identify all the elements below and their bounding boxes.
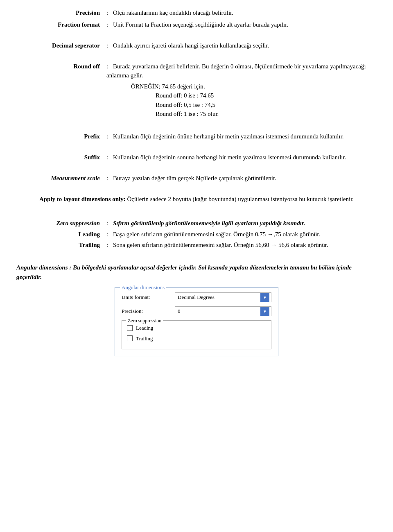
- suffix-text: Kullanılan ölçü değerinin sonuna herhang…: [113, 154, 346, 161]
- decimal-separator-content: : Ondalık ayırıcı işareti olarak hangi i…: [106, 41, 269, 50]
- trailing-text: Sona gelen sıfırların görüntülenmemesini…: [113, 242, 328, 248]
- units-format-label: Units format:: [122, 293, 175, 301]
- prefix-content: : Kullanılan ölçü değerinin önüne herhan…: [106, 132, 344, 141]
- precision-content: : Ölçü rakamlarının kaç ondalıklı olacağ…: [106, 8, 233, 18]
- prefix-label: Prefix: [16, 132, 106, 141]
- round-off-label: Round off: [16, 62, 106, 120]
- measurement-colon: :: [106, 175, 108, 181]
- dialog-zero-supp-title: Zero suppression: [126, 317, 163, 324]
- dialog-precision-row: Precision: 0 ▼: [122, 306, 271, 316]
- dialog-leading-checkbox[interactable]: [127, 325, 133, 331]
- trailing-row: Trailing : Sona gelen sıfırların görüntü…: [16, 240, 377, 250]
- fraction-format-label: Fraction format: [16, 20, 106, 29]
- decimal-separator-section: Decimal seperator : Ondalık ayırıcı işar…: [16, 41, 377, 50]
- precision-colon: :: [106, 9, 108, 16]
- leading-row: Leading : Başa gelen sıfırların görüntül…: [16, 230, 377, 239]
- apply-to-layout-section: Apply to layout dimensions only: Öçüleri…: [16, 195, 377, 204]
- prefix-colon: :: [106, 133, 108, 140]
- fraction-format-section: Fraction format : Unit Format ta Fractio…: [16, 20, 377, 29]
- round-off-example1: Round off: 0 ise : 74,65: [156, 91, 377, 100]
- fraction-format-content: : Unit Format ta Fraction seçeneği seçil…: [106, 20, 288, 29]
- precision-section: Precision : Ölçü rakamlarının kaç ondalı…: [16, 8, 377, 18]
- round-off-content: : Burada yuvarlama değeri belirlenir. Bu…: [106, 62, 377, 120]
- dialog-precision-arrow: ▼: [260, 307, 269, 316]
- dialog-trailing-label: Trailing: [136, 335, 153, 343]
- leading-colon: :: [106, 231, 108, 238]
- zero-supp-colon: :: [106, 220, 108, 226]
- round-off-example3: Round off: 1 ise : 75 olur.: [156, 109, 377, 119]
- units-format-value: Decimal Degrees: [177, 293, 260, 301]
- zero-supp-row: Zero suppression : Sıfırın görüntülenip …: [16, 219, 377, 228]
- decimal-separator-text: Ondalık ayırıcı işareti olarak hangi işa…: [113, 42, 269, 49]
- round-off-examples: ÖRNEĞİN; 74,65 değeri için, Round off: 0…: [131, 82, 377, 119]
- suffix-content: : Kullanılan ölçü değerinin sonuna herha…: [106, 153, 346, 162]
- dialog-trailing-row: Trailing: [127, 335, 266, 343]
- units-format-select[interactable]: Decimal Degrees ▼: [175, 292, 271, 302]
- dialog-trailing-checkbox[interactable]: [127, 335, 133, 341]
- measurement-scale-label: Measurement scale: [16, 174, 106, 183]
- precision-label: Precision: [16, 8, 106, 18]
- leading-label: Leading: [16, 230, 106, 239]
- fraction-format-text: Unit Format ta Fraction seçeneği seçildi…: [113, 21, 288, 28]
- round-off-text1: Burada yuvarlama değeri belirlenir.: [113, 63, 200, 70]
- round-off-colon: :: [106, 63, 108, 70]
- leading-content: : Başa gelen sıfırların görüntülenmemesi…: [106, 230, 320, 239]
- prefix-text: Kullanılan ölçü değerinin önüne herhangi…: [113, 133, 344, 140]
- zero-suppression-label: Zero suppression: [16, 219, 106, 228]
- prefix-section: Prefix : Kullanılan ölçü değerinin önüne…: [16, 132, 377, 141]
- units-format-arrow: ▼: [260, 293, 269, 302]
- trailing-content: : Sona gelen sıfırların görüntülenmemesi…: [106, 240, 328, 250]
- dialog-box: Angular dimensions Units format: Decimal…: [115, 287, 278, 356]
- dialog-zero-supp-group: Zero suppression Leading Trailing: [122, 320, 271, 349]
- dialog-title: Angular dimensions: [120, 283, 166, 292]
- measurement-scale-content: : Buraya yazılan değer tüm gerçek ölçüle…: [106, 174, 276, 183]
- decimal-colon: :: [106, 42, 108, 49]
- precision-text: Ölçü rakamlarının kaç ondalıklı olacağı …: [113, 9, 233, 16]
- zero-suppression-text: Sıfırın görüntülenip görüntülenmemesiyle…: [113, 220, 305, 226]
- dialog-leading-row: Leading: [127, 324, 266, 332]
- decimal-separator-label: Decimal seperator: [16, 41, 106, 50]
- angular-dimensions-dialog: Angular dimensions Units format: Decimal…: [16, 287, 377, 356]
- units-format-row: Units format: Decimal Degrees ▼: [122, 292, 271, 302]
- dialog-precision-label: Precision:: [122, 307, 175, 315]
- round-off-example-intro: ÖRNEĞİN; 74,65 değeri için,: [131, 82, 377, 91]
- apply-text: Öçülerin sadece 2 boyutta (kağıt boyutun…: [127, 196, 354, 202]
- suffix-label: Suffix: [16, 153, 106, 162]
- zero-suppression-content: : Sıfırın görüntülenip görüntülenmemesiy…: [106, 219, 305, 228]
- suffix-section: Suffix : Kullanılan ölçü değerinin sonun…: [16, 153, 377, 162]
- dialog-precision-select[interactable]: 0 ▼: [175, 306, 271, 316]
- round-off-example2: Round off: 0,5 ise : 74,5: [156, 100, 377, 110]
- trailing-colon: :: [106, 242, 108, 248]
- trailing-label: Trailing: [16, 240, 106, 250]
- zero-suppression-section: Zero suppression : Sıfırın görüntülenip …: [16, 219, 377, 250]
- dialog-leading-label: Leading: [136, 324, 154, 332]
- fraction-colon: :: [106, 21, 108, 28]
- angular-dimensions-text: Angular dimensions : Bu bölgedeki ayarla…: [16, 263, 377, 281]
- suffix-colon: :: [106, 154, 108, 161]
- apply-bold-text: Apply to layout dimensions only:: [39, 196, 126, 202]
- measurement-scale-text: Buraya yazılan değer tüm gerçek ölçülerl…: [113, 175, 276, 181]
- measurement-scale-section: Measurement scale : Buraya yazılan değer…: [16, 174, 377, 183]
- leading-text: Başa gelen sıfırların görüntülenmemesini…: [113, 231, 320, 238]
- dialog-precision-value: 0: [177, 307, 260, 315]
- round-off-section: Round off : Burada yuvarlama değeri beli…: [16, 62, 377, 120]
